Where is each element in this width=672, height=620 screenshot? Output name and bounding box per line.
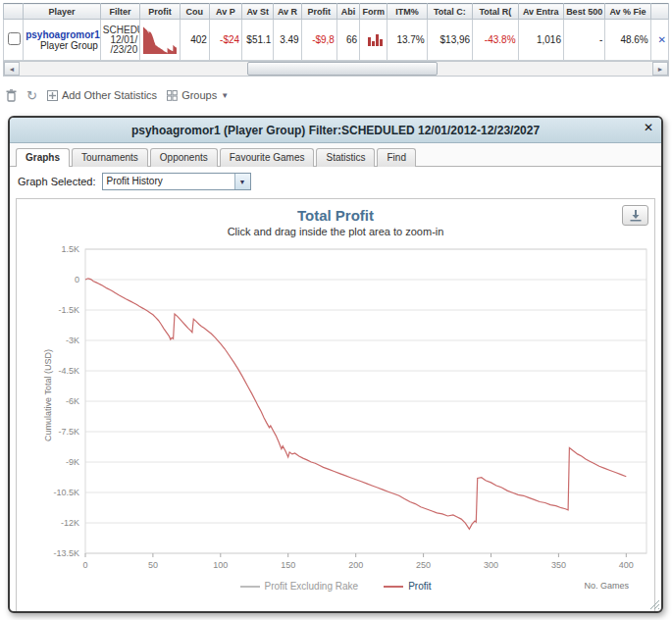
add-statistics-label: Add Other Statistics bbox=[62, 89, 157, 101]
legend-swatch-profit bbox=[384, 586, 403, 588]
header-form[interactable]: Form bbox=[360, 4, 388, 20]
add-statistics-icon bbox=[47, 90, 58, 101]
tab-bar: Graphs Tournaments Opponents Favourite G… bbox=[10, 143, 661, 167]
svg-text:300: 300 bbox=[484, 560, 498, 570]
svg-text:-1.5K: -1.5K bbox=[58, 305, 79, 315]
count-cell: 402 bbox=[180, 20, 209, 61]
delete-button[interactable] bbox=[6, 89, 17, 102]
filter-text-line3: /23/20 bbox=[110, 44, 137, 55]
groups-label: Groups bbox=[181, 89, 217, 101]
tab-favourite-games[interactable]: Favourite Games bbox=[220, 148, 315, 167]
add-statistics-button[interactable]: Add Other Statistics bbox=[47, 89, 157, 101]
header-total-r[interactable]: Total R( bbox=[473, 4, 518, 20]
legend-label-profit: Profit bbox=[408, 581, 431, 592]
player-name-link[interactable]: psyhoagromor1 bbox=[26, 29, 98, 40]
legend-swatch-excluding-rake bbox=[240, 586, 260, 588]
svg-text:1.5K: 1.5K bbox=[61, 244, 79, 254]
refresh-button[interactable]: ↻ bbox=[26, 89, 37, 102]
row-checkbox[interactable] bbox=[8, 32, 21, 45]
groups-button[interactable]: Groups ▼ bbox=[167, 89, 229, 101]
results-table-panel: Player Filter Profit Cou Av P Av St Av R… bbox=[3, 3, 669, 61]
av-entrants-cell: 1,016 bbox=[518, 20, 563, 61]
scroll-left-button[interactable]: ◄ bbox=[4, 62, 20, 76]
svg-text:100: 100 bbox=[213, 560, 228, 570]
table-hscrollbar[interactable]: ◄ ► bbox=[3, 61, 669, 77]
scrollbar-thumb[interactable] bbox=[247, 62, 438, 76]
header-filter[interactable]: Filter bbox=[100, 4, 139, 20]
svg-text:250: 250 bbox=[416, 560, 431, 570]
header-av-profit[interactable]: Av P bbox=[209, 4, 241, 20]
svg-text:150: 150 bbox=[281, 560, 295, 570]
total-c-cell: $13,96 bbox=[427, 20, 472, 61]
graph-select-dropdown[interactable]: Profit History ▼ bbox=[102, 173, 251, 190]
header-av-entrants[interactable]: Av Entra bbox=[518, 4, 563, 20]
form-bars-icon bbox=[367, 31, 385, 47]
chart-panel: Total Profit Click and drag inside the p… bbox=[16, 198, 655, 613]
svg-text:-12K: -12K bbox=[61, 518, 79, 528]
groups-icon bbox=[167, 90, 178, 101]
refresh-icon: ↻ bbox=[26, 89, 37, 102]
header-checkbox bbox=[4, 4, 24, 20]
scrollbar-track[interactable] bbox=[20, 62, 652, 76]
av-rake-cell: 3.49 bbox=[274, 20, 301, 61]
chart-title: Total Profit bbox=[17, 199, 654, 224]
header-av-stake[interactable]: Av St bbox=[242, 4, 274, 20]
best-500-cell: - bbox=[563, 20, 604, 61]
legend-label-excluding-rake: Profit Excluding Rake bbox=[265, 581, 359, 592]
table-row[interactable]: psyhoagromor1 Player Group SCHEDU 12/01/… bbox=[4, 20, 669, 61]
window-close-button[interactable]: ✕ bbox=[644, 122, 653, 133]
profit-cell: -$9,8 bbox=[301, 20, 336, 61]
dropdown-arrow-icon[interactable]: ▼ bbox=[234, 174, 250, 189]
graph-select-value: Profit History bbox=[103, 174, 234, 189]
tab-find[interactable]: Find bbox=[377, 148, 415, 167]
download-icon bbox=[629, 209, 643, 222]
itm-cell: 13.7% bbox=[388, 20, 427, 61]
header-profit[interactable]: Profit bbox=[301, 4, 336, 20]
header-spacer bbox=[650, 4, 668, 20]
chart-x-axis-label: No. Games bbox=[584, 581, 629, 591]
svg-text:-3K: -3K bbox=[66, 336, 79, 345]
av-profit-cell: -$24 bbox=[209, 20, 241, 61]
results-table: Player Filter Profit Cou Av P Av St Av R… bbox=[3, 3, 669, 61]
total-r-cell: -43.8% bbox=[473, 20, 518, 61]
ability-cell: 66 bbox=[336, 20, 359, 61]
tab-statistics[interactable]: Statistics bbox=[316, 148, 375, 167]
header-itm[interactable]: ITM% bbox=[388, 4, 427, 20]
window-titlebar[interactable]: psyhoagromor1 (Player Group) Filter:SCHE… bbox=[10, 118, 661, 143]
graph-selected-label: Graph Selected: bbox=[18, 176, 96, 187]
tab-graphs[interactable]: Graphs bbox=[16, 148, 70, 167]
graph-selector-row: Graph Selected: Profit History ▼ bbox=[10, 167, 661, 196]
svg-text:-7.5K: -7.5K bbox=[58, 427, 79, 437]
window-title: psyhoagromor1 (Player Group) Filter:SCHE… bbox=[10, 124, 661, 137]
chart-y-axis-label: Cumulative Total (USD) bbox=[43, 336, 53, 454]
table-header-row: Player Filter Profit Cou Av P Av St Av R… bbox=[4, 4, 669, 20]
header-av-field[interactable]: Av % Fie bbox=[605, 4, 650, 20]
svg-text:0: 0 bbox=[75, 275, 79, 284]
header-av-rake[interactable]: Av R bbox=[274, 4, 301, 20]
resize-grip[interactable] bbox=[648, 598, 660, 610]
download-chart-button[interactable] bbox=[622, 205, 648, 226]
chart-legend: Profit Excluding Rake Profit No. Games bbox=[17, 581, 654, 592]
profit-chart-svg[interactable]: 1.5K0-1.5K-3K-4.5K-6K-7.5K-9K-10.5K-12K-… bbox=[25, 241, 660, 579]
scroll-right-button[interactable]: ► bbox=[652, 62, 668, 76]
svg-text:400: 400 bbox=[619, 560, 634, 570]
header-profit-graph[interactable]: Profit bbox=[140, 4, 180, 20]
header-count[interactable]: Cou bbox=[180, 4, 209, 20]
legend-item-profit[interactable]: Profit bbox=[384, 581, 431, 592]
groups-caret-icon: ▼ bbox=[221, 91, 229, 100]
tab-tournaments[interactable]: Tournaments bbox=[72, 148, 148, 167]
legend-item-excluding-rake[interactable]: Profit Excluding Rake bbox=[240, 581, 359, 592]
svg-text:-13.5K: -13.5K bbox=[53, 548, 79, 558]
header-total-c[interactable]: Total C: bbox=[427, 4, 472, 20]
svg-text:350: 350 bbox=[551, 560, 566, 570]
header-player[interactable]: Player bbox=[24, 4, 101, 20]
tab-opponents[interactable]: Opponents bbox=[150, 148, 218, 167]
remove-row-button[interactable]: ✕ bbox=[658, 34, 666, 45]
av-field-cell: 48.6% bbox=[605, 20, 650, 61]
player-detail-window: psyhoagromor1 (Player Group) Filter:SCHE… bbox=[8, 116, 663, 613]
table-toolbar: ↻ Add Other Statistics Groups ▼ bbox=[6, 86, 229, 104]
header-ability[interactable]: Abi bbox=[336, 4, 359, 20]
header-best-500[interactable]: Best 500 bbox=[563, 4, 604, 20]
chart-subtitle: Click and drag inside the plot area to z… bbox=[17, 224, 654, 237]
profit-sparkline-icon[interactable] bbox=[143, 26, 177, 54]
